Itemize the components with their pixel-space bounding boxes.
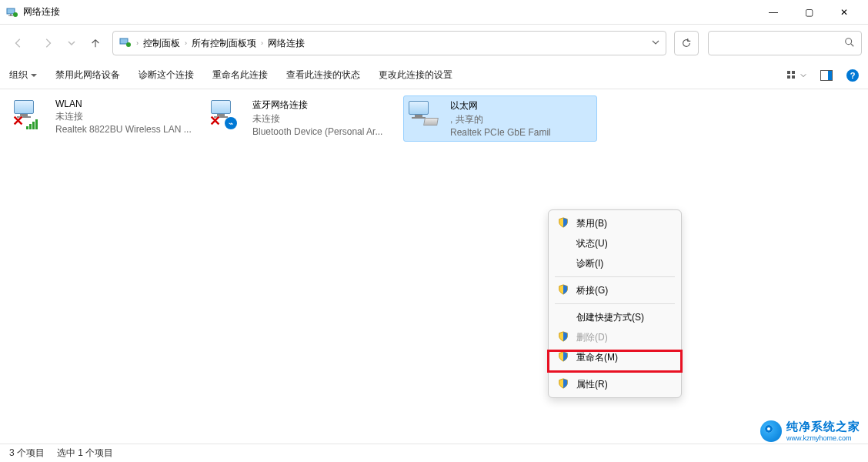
window-controls: — ▢ ✕ xyxy=(756,1,862,24)
watermark-url: www.kzmyhome.com xyxy=(786,434,860,442)
connection-item-ethernet[interactable]: 以太网 , 共享的 Realtek PCIe GbE Famil xyxy=(403,95,597,142)
ctx-status[interactable]: 状态(U) xyxy=(549,233,681,253)
connection-name: 以太网 xyxy=(450,99,551,112)
svg-line-7 xyxy=(851,43,854,46)
connection-name: WLAN xyxy=(55,99,192,109)
svg-point-6 xyxy=(846,38,852,44)
connection-status: , 共享的 xyxy=(450,113,551,126)
titlebar: 网络连接 — ▢ ✕ xyxy=(0,0,868,25)
watermark-logo-icon xyxy=(760,420,782,442)
minimize-button[interactable]: — xyxy=(756,1,791,24)
shield-icon xyxy=(558,284,570,296)
navbar: › 控制面板 › 所有控制面板项 › 网络连接 xyxy=(0,25,868,62)
address-dropdown-icon[interactable] xyxy=(652,38,659,49)
chevron-right-icon: › xyxy=(136,39,139,47)
watermark: 纯净系统之家 www.kzmyhome.com xyxy=(760,420,860,442)
window-icon xyxy=(6,6,18,18)
ctx-bridge[interactable]: 桥接(G) xyxy=(549,280,681,300)
shield-icon xyxy=(558,378,570,390)
connection-name: 蓝牙网络连接 xyxy=(252,99,382,112)
connection-device: Realtek 8822BU Wireless LAN ... xyxy=(55,124,192,135)
bluetooth-icon: ✕ ⌁ xyxy=(209,99,246,131)
watermark-text: 纯净系统之家 xyxy=(786,420,860,434)
window-title: 网络连接 xyxy=(23,5,756,18)
wlan-icon: ✕ xyxy=(12,99,49,131)
address-bar[interactable]: › 控制面板 › 所有控制面板项 › 网络连接 xyxy=(112,31,666,55)
statusbar: 3 个项目 选中 1 个项目 xyxy=(0,444,868,462)
chevron-right-icon: › xyxy=(261,39,263,47)
help-button[interactable]: ? xyxy=(846,69,859,82)
forward-button[interactable] xyxy=(35,31,60,55)
svg-point-5 xyxy=(126,42,131,47)
connection-device: Bluetooth Device (Personal Ar... xyxy=(252,126,382,137)
svg-rect-10 xyxy=(787,75,790,79)
shield-icon xyxy=(558,351,570,363)
close-button[interactable]: ✕ xyxy=(826,1,862,24)
refresh-button[interactable] xyxy=(674,31,699,55)
view-options-button[interactable] xyxy=(786,70,806,81)
selected-count: 选中 1 个项目 xyxy=(57,447,113,460)
back-button[interactable] xyxy=(6,31,31,55)
up-button[interactable] xyxy=(83,31,108,55)
separator xyxy=(555,276,675,277)
svg-rect-8 xyxy=(787,71,790,74)
preview-pane-button[interactable] xyxy=(820,70,833,81)
recent-dropdown[interactable] xyxy=(65,31,78,55)
ctx-disable[interactable]: 禁用(B) xyxy=(549,213,681,233)
shield-icon xyxy=(558,331,570,343)
ctx-diagnose[interactable]: 诊断(I) xyxy=(549,253,681,273)
svg-point-3 xyxy=(13,12,18,17)
view-status-button[interactable]: 查看此连接的状态 xyxy=(286,69,360,82)
connection-item-bluetooth[interactable]: ✕ ⌁ 蓝牙网络连接 未连接 Bluetooth Device (Persona… xyxy=(206,95,400,140)
separator xyxy=(555,303,675,304)
ctx-rename[interactable]: 重命名(M) xyxy=(549,347,681,367)
chevron-right-icon: › xyxy=(185,39,187,47)
rename-button[interactable]: 重命名此连接 xyxy=(212,69,268,82)
svg-rect-11 xyxy=(792,75,795,79)
shield-icon xyxy=(558,217,570,229)
svg-rect-2 xyxy=(8,15,13,16)
breadcrumb-mid[interactable]: 所有控制面板项 xyxy=(192,37,256,50)
search-box[interactable] xyxy=(708,31,862,55)
breadcrumb-leaf[interactable]: 网络连接 xyxy=(268,37,305,50)
disable-device-button[interactable]: 禁用此网络设备 xyxy=(55,69,120,82)
change-settings-button[interactable]: 更改此连接的设置 xyxy=(379,69,452,82)
connection-device: Realtek PCIe GbE Famil xyxy=(450,127,551,138)
ethernet-icon xyxy=(407,99,444,132)
command-toolbar: 组织 禁用此网络设备 诊断这个连接 重命名此连接 查看此连接的状态 更改此连接的… xyxy=(0,62,868,89)
search-icon xyxy=(844,37,855,50)
connection-item-wlan[interactable]: ✕ WLAN 未连接 Realtek 8822BU Wireless LAN .… xyxy=(9,95,203,138)
connection-status: 未连接 xyxy=(252,112,382,126)
item-count: 3 个项目 xyxy=(9,447,45,460)
organize-menu[interactable]: 组织 xyxy=(9,69,37,82)
connection-status: 未连接 xyxy=(55,110,192,123)
address-icon xyxy=(119,36,132,51)
breadcrumb-root[interactable]: 控制面板 xyxy=(143,37,180,50)
maximize-button[interactable]: ▢ xyxy=(791,1,826,24)
svg-rect-13 xyxy=(828,71,832,80)
ctx-shortcut[interactable]: 创建快捷方式(S) xyxy=(549,307,681,327)
context-menu: 禁用(B) 状态(U) 诊断(I) 桥接(G) 创建快捷方式(S) 删除(D) … xyxy=(548,209,682,398)
svg-rect-9 xyxy=(792,71,795,74)
connections-pane: ✕ WLAN 未连接 Realtek 8822BU Wireless LAN .… xyxy=(0,89,868,444)
ctx-properties[interactable]: 属性(R) xyxy=(549,374,681,394)
svg-rect-4 xyxy=(120,38,128,44)
separator xyxy=(555,370,675,371)
svg-rect-0 xyxy=(7,8,15,14)
ctx-delete: 删除(D) xyxy=(549,327,681,347)
svg-rect-1 xyxy=(10,14,12,15)
diagnose-button[interactable]: 诊断这个连接 xyxy=(139,69,194,82)
